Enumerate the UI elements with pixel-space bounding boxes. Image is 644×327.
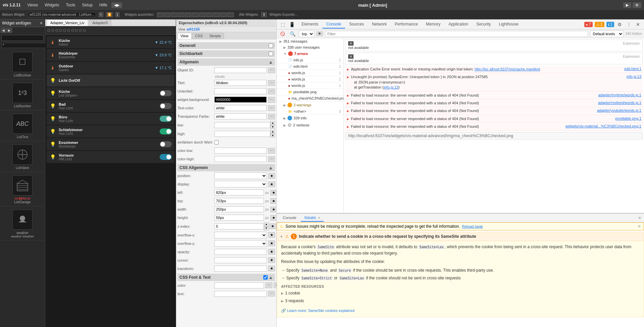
- issues-reload-btn[interactable]: Reload page: [462, 224, 483, 228]
- play-button[interactable]: ▶: [623, 2, 631, 8]
- device-heizkoerper[interactable]: 🌡 Heizkörper Esszimmer ▼ 23.9 °C: [47, 49, 174, 61]
- tab-sources[interactable]: Sources: [345, 20, 368, 29]
- cursor-star-btn[interactable]: ★: [268, 257, 275, 263]
- height-input[interactable]: [214, 215, 264, 221]
- sidebar-close-btn[interactable]: ✕: [40, 21, 43, 25]
- devtools-device-btn[interactable]: 📱: [288, 21, 296, 28]
- tab-network[interactable]: Network: [368, 20, 391, 29]
- top-star-btn[interactable]: ★: [270, 198, 276, 204]
- color-high-input[interactable]: [214, 156, 267, 162]
- sidebar-item-listnumber[interactable]: 1²3 ListNumber: [0, 79, 45, 110]
- css-text-input[interactable]: [214, 291, 267, 297]
- overflow-y-select[interactable]: [214, 240, 267, 247]
- device-esszimmer[interactable]: 💡 Esszimmer Decklampe: [47, 138, 174, 150]
- transparenz-btn[interactable]: ⋯: [268, 114, 275, 119]
- css-font-expand[interactable]: ▲: [268, 275, 273, 280]
- titel-btn[interactable]: ⋯: [268, 80, 275, 86]
- low-input[interactable]: [214, 122, 270, 128]
- untertitel-input[interactable]: [214, 88, 267, 94]
- device-kueche-light[interactable]: 💡 Küche Led Stripes+: [47, 87, 174, 99]
- css-color-star-btn[interactable]: ★: [274, 282, 276, 288]
- align-right-btn[interactable]: ⬛: [171, 12, 177, 17]
- tab-security[interactable]: Security: [472, 20, 495, 29]
- distribute-v-btn[interactable]: ⬛: [206, 12, 213, 17]
- sidebar-filter-input[interactable]: [1, 43, 47, 48]
- top-input[interactable]: [214, 198, 264, 204]
- untertitel-btn[interactable]: ⋯: [268, 89, 275, 94]
- file-info-js[interactable]: 📄 info.js 1: [277, 57, 343, 63]
- toggle-vorraum[interactable]: [160, 154, 172, 160]
- console-clear-btn[interactable]: 🚫: [279, 31, 286, 37]
- transform-input[interactable]: [214, 266, 267, 272]
- file-words-3[interactable]: ● words.js 1: [277, 83, 343, 89]
- device-schlafzimmer[interactable]: 💡 Schlafzimmer Hue Licht: [47, 125, 174, 138]
- menu-setup[interactable]: Setup: [79, 1, 95, 9]
- toggle-kueche[interactable]: [160, 90, 172, 96]
- z-index-spin-up[interactable]: ▲: [264, 222, 269, 226]
- width-star-btn[interactable]: ★: [270, 207, 276, 212]
- position-select[interactable]: [214, 172, 267, 179]
- bottom-tab-console[interactable]: Console: [279, 215, 300, 221]
- titel-input[interactable]: [214, 80, 267, 86]
- css-font-checkbox[interactable]: [263, 275, 268, 280]
- sidebar-search-input[interactable]: [1, 35, 44, 41]
- z-index-input[interactable]: [214, 223, 264, 229]
- transparenz-input[interactable]: [214, 113, 267, 119]
- tab-console[interactable]: Console: [322, 20, 345, 29]
- console-filter-input[interactable]: [325, 31, 588, 37]
- device-outdoor[interactable]: 🌡 Outdoor Garten ▼ 17.1 °C: [47, 62, 174, 74]
- einfarben-checkbox[interactable]: [214, 140, 219, 145]
- folder-7errors[interactable]: ▼ 7 errors: [277, 50, 343, 57]
- z-index-spin-down[interactable]: ▼: [264, 226, 269, 230]
- position-star-btn[interactable]: ★: [268, 173, 275, 179]
- folder-338[interactable]: ▶ 338 user messages: [277, 44, 343, 50]
- tab-performance[interactable]: Performance: [391, 20, 422, 29]
- z-index-star-btn[interactable]: ★: [269, 223, 276, 229]
- same-size-btn[interactable]: ⬛: [227, 12, 234, 17]
- bottom-tab-issues[interactable]: Issues ✕: [301, 214, 324, 222]
- tab-view[interactable]: View: [177, 33, 192, 39]
- file-pivottable[interactable]: 📁 pivottable.png: [277, 89, 343, 95]
- opacity-input[interactable]: [214, 249, 267, 255]
- css-color-btn[interactable]: ⋯: [265, 282, 272, 288]
- tab-elements[interactable]: Elements: [298, 20, 322, 29]
- err-link-1[interactable]: http://loc alhost:8107/vis/cache.manifes…: [475, 67, 540, 71]
- device-vorraum[interactable]: 💡 Vorraum HM Licht: [47, 151, 174, 163]
- tab-lighthouse[interactable]: Lighthouse: [495, 20, 523, 29]
- devtools-close-btn[interactable]: ✕: [635, 21, 641, 28]
- file-ma-check[interactable]: ● ma_check%C3%BCchecked.png 1: [277, 95, 343, 102]
- folder-2verbose[interactable]: ▶ ⚙ 2 verbose: [277, 121, 343, 129]
- active-widget-value[interactable]: w01155 (vis-material-advanced - ListNum.…: [28, 12, 96, 17]
- learn-more-link[interactable]: Learn more: SameSite cookies explained: [287, 309, 355, 313]
- left-star-btn[interactable]: ★: [270, 190, 276, 196]
- devtools-more-btn[interactable]: ⋮: [625, 21, 633, 28]
- align-middle-btn[interactable]: ⬛: [185, 12, 192, 17]
- css-color-input[interactable]: [214, 282, 264, 288]
- affected-requests[interactable]: ▶ 3 requests: [281, 297, 640, 305]
- distribute-h-btn[interactable]: ⬛: [199, 12, 206, 17]
- css-allgemein-expand[interactable]: ▲: [268, 165, 273, 170]
- tab-application[interactable]: Application: [444, 20, 472, 29]
- color-high-btn[interactable]: ⋯: [268, 156, 275, 162]
- folder-3warnings[interactable]: ▶ 3 warnings: [277, 102, 343, 108]
- sichtbarkeit-checkbox[interactable]: [269, 52, 273, 56]
- device-buero[interactable]: 💡 Büro Hue Licht: [47, 113, 174, 125]
- issues-bar-close-btn[interactable]: ✕: [638, 224, 641, 229]
- nav-button[interactable]: ◀▶: [111, 2, 122, 8]
- color-low-btn[interactable]: ⋯: [268, 148, 275, 154]
- file-words-2[interactable]: ● words.js 1: [277, 76, 343, 83]
- size-w-btn[interactable]: ⬛: [213, 12, 220, 17]
- tab-memory[interactable]: Memory: [422, 20, 444, 29]
- menu-views[interactable]: Views: [24, 1, 41, 9]
- display-star-btn[interactable]: ★: [268, 181, 275, 187]
- file-other[interactable]: 📁 <other> 3: [277, 108, 343, 115]
- err-loc-5[interactable]: adapter/youtube/words.js:1: [597, 108, 641, 112]
- align-bottom-btn[interactable]: ⬛: [192, 12, 199, 17]
- toggle-buero[interactable]: [160, 116, 172, 122]
- toggle-esszimmer[interactable]: [160, 141, 172, 147]
- tab-skripte[interactable]: Skripte: [206, 33, 224, 39]
- widget-bg-input[interactable]: [214, 97, 267, 103]
- err-loc-2[interactable]: info.js:13: [627, 74, 641, 78]
- sidebar-item-listtext[interactable]: ABC ListText: [0, 110, 45, 141]
- sidebar-item-listgarage[interactable]: !!! BETA !!! ListGarage: [0, 172, 45, 206]
